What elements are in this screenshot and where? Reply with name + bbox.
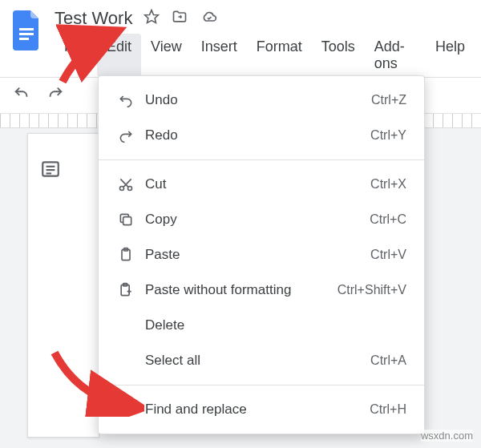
svg-marker-3 [145, 10, 159, 23]
menubar: File Edit View Insert Format Tools Add-o… [55, 34, 475, 77]
docs-logo-icon[interactable] [11, 8, 43, 51]
menuitem-cut[interactable]: Cut Ctrl+X [99, 167, 424, 202]
menu-format[interactable]: Format [247, 34, 312, 77]
menuitem-select-all[interactable]: Select all Ctrl+A [99, 343, 424, 378]
cut-icon [115, 176, 137, 192]
undo-icon [115, 92, 137, 108]
menuitem-find-replace[interactable]: Find and replace Ctrl+H [99, 392, 424, 427]
menuitem-copy[interactable]: Copy Ctrl+C [99, 202, 424, 237]
menuitem-delete[interactable]: Delete [99, 308, 424, 343]
menuitem-shortcut: Ctrl+Z [371, 93, 406, 107]
menuitem-shortcut: Ctrl+C [370, 212, 406, 227]
menu-tools[interactable]: Tools [312, 34, 365, 77]
menu-separator [99, 385, 424, 385]
menu-view[interactable]: View [141, 34, 192, 77]
svg-point-8 [120, 187, 124, 191]
menuitem-undo[interactable]: Undo Ctrl+Z [99, 83, 424, 118]
menuitem-shortcut: Ctrl+X [370, 177, 406, 192]
menuitem-label: Select all [137, 353, 370, 369]
app-header: Test Work File Edit View Insert Format T… [0, 0, 481, 77]
star-icon[interactable] [143, 9, 160, 28]
paste-plain-icon [115, 282, 137, 298]
paste-icon [115, 247, 137, 263]
menuitem-paste-plain[interactable]: Paste without formatting Ctrl+Shift+V [99, 272, 424, 308]
menuitem-paste[interactable]: Paste Ctrl+V [99, 237, 424, 272]
menuitem-label: Cut [137, 176, 370, 192]
outline-icon[interactable] [40, 159, 61, 183]
cloud-status-icon[interactable] [200, 9, 219, 28]
redo-icon [115, 127, 137, 143]
menuitem-label: Undo [137, 92, 371, 108]
menuitem-redo[interactable]: Redo Ctrl+Y [99, 118, 424, 153]
menuitem-label: Delete [137, 317, 406, 333]
menuitem-label: Paste [137, 247, 370, 263]
menu-help[interactable]: Help [426, 34, 475, 77]
edit-menu-dropdown: Undo Ctrl+Z Redo Ctrl+Y Cut Ctrl+X Copy … [98, 75, 425, 434]
menuitem-label: Redo [137, 127, 370, 143]
menuitem-shortcut: Ctrl+Shift+V [338, 283, 406, 297]
copy-icon [115, 212, 137, 228]
svg-rect-10 [123, 217, 131, 225]
toolbar-undo-icon[interactable] [13, 85, 30, 106]
menuitem-label: Find and replace [137, 402, 370, 418]
toolbar-redo-icon[interactable] [46, 85, 64, 106]
document-title[interactable]: Test Work [55, 8, 132, 29]
menuitem-label: Paste without formatting [137, 282, 338, 298]
menuitem-shortcut: Ctrl+V [370, 248, 406, 262]
menuitem-shortcut: Ctrl+A [370, 353, 406, 368]
menuitem-label: Copy [137, 212, 370, 228]
menuitem-shortcut: Ctrl+H [370, 402, 406, 417]
menuitem-shortcut: Ctrl+Y [370, 128, 406, 143]
menu-separator [99, 159, 424, 160]
move-to-folder-icon[interactable] [171, 9, 188, 28]
menu-file[interactable]: File [55, 34, 97, 77]
watermark: wsxdn.com [421, 430, 473, 442]
svg-rect-2 [19, 38, 29, 40]
document-page[interactable] [27, 133, 99, 438]
svg-rect-1 [19, 33, 34, 35]
menu-insert[interactable]: Insert [192, 34, 247, 77]
menu-edit[interactable]: Edit [97, 34, 141, 77]
svg-point-9 [128, 187, 132, 191]
menu-addons[interactable]: Add-ons [365, 34, 426, 77]
svg-rect-0 [19, 28, 34, 30]
